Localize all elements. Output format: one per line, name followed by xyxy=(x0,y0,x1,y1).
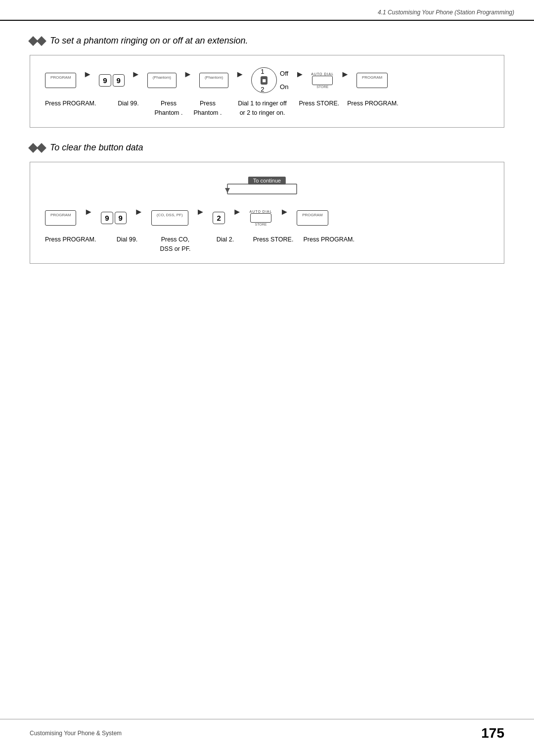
step-dial-choice: 1 ■ 2 Off On xyxy=(251,67,288,93)
s2-desc-co: Press CO,DSS or PF. xyxy=(153,235,198,253)
page-content: To set a phantom ringing on or off at an… xyxy=(0,21,534,293)
s2-co-button: (CO, DSS, PF) xyxy=(151,210,188,226)
desc-phantom2: PressPhantom . xyxy=(192,99,224,117)
dial-num-1: 1 xyxy=(261,68,264,75)
section1-steps-row: PROGRAM ► 9 9 ► (Phantom) ► xyxy=(45,67,489,93)
key-9-1: 9 xyxy=(99,74,111,87)
key-9-2: 9 xyxy=(113,74,125,87)
s2-co-label: (CO, DSS, PF) xyxy=(157,213,183,217)
desc-store1: Press STORE. xyxy=(299,99,340,108)
s2-desc-dial2: Dial 2. xyxy=(211,235,240,244)
section1-title-text: To set a phantom ringing on or off at an… xyxy=(50,36,248,46)
dial-option-off: ■ xyxy=(261,76,267,85)
label-on: On xyxy=(280,83,288,91)
s2-program-button-1: PROGRAM xyxy=(45,210,76,226)
s2-program-button-2: PROGRAM xyxy=(297,210,328,226)
label-off: Off xyxy=(280,70,288,77)
s2-desc-dial99: Dial 99. xyxy=(111,235,143,244)
to-continue-area: To continue xyxy=(45,174,489,199)
section2-title-text: To clear the button data xyxy=(50,142,143,153)
phantom-label-2: (Phantom) xyxy=(205,75,223,80)
step-phantom1: (Phantom) xyxy=(147,73,177,88)
s2-key-9-2: 9 xyxy=(115,212,127,224)
s2-program-label-2: PROGRAM xyxy=(302,213,322,217)
s2-key-2: 2 xyxy=(213,212,224,224)
phantom-label-1: (Phantom) xyxy=(153,75,171,80)
section1-box: PROGRAM ► 9 9 ► (Phantom) ► xyxy=(30,55,504,128)
header-text: 4.1 Customising Your Phone (Station Prog… xyxy=(378,9,514,16)
desc-dial99: Dial 99. xyxy=(114,99,143,108)
s2-arrow3: ► xyxy=(193,207,208,229)
desc-phantom1: PressPhantom . xyxy=(153,99,185,117)
arrow6: ► xyxy=(338,69,353,92)
desc-dial-choice: Dial 1 to ringer offor 2 to ringer on. xyxy=(233,99,292,117)
off-on-labels: Off On xyxy=(280,70,288,91)
diamond2 xyxy=(37,36,46,46)
phantom-button-1: (Phantom) xyxy=(147,73,177,88)
s2-arrow5: ► xyxy=(277,207,292,229)
dial-num-off: ■ xyxy=(262,77,266,84)
arrow1: ► xyxy=(80,69,95,92)
footer-page-number: 175 xyxy=(481,725,504,741)
arrow4: ► xyxy=(232,69,247,92)
section2-box: To continue PROGRAM ► 9 9 ► xyxy=(30,162,504,264)
dial-option-2: 2 xyxy=(261,86,267,93)
page-header: 4.1 Customising Your Phone (Station Prog… xyxy=(0,0,534,21)
phantom-button-2: (Phantom) xyxy=(199,73,228,88)
page-footer: Customising Your Phone & System 175 xyxy=(0,719,534,741)
section2-title: To clear the button data xyxy=(30,142,504,153)
step-program2: PROGRAM xyxy=(356,73,388,88)
s2-step-program2: PROGRAM xyxy=(297,210,328,226)
desc-program2: Press PROGRAM. xyxy=(347,99,399,108)
s2-program-label-1: PROGRAM xyxy=(50,213,71,217)
arrow3: ► xyxy=(180,69,195,92)
store-label-1: STORE xyxy=(316,85,328,89)
s2-arrow1: ► xyxy=(81,207,96,229)
s2-step-dial99: 9 9 xyxy=(101,212,127,224)
s2-desc-program2: Press PROGRAM. xyxy=(304,235,355,244)
section1-title: To set a phantom ringing on or off at an… xyxy=(30,36,504,46)
step-dial99: 9 9 xyxy=(99,74,125,87)
s2-auto-dial-label: AUTO DIAL xyxy=(250,210,272,213)
section2-desc-row: Press PROGRAM. Dial 99. Press CO,DSS or … xyxy=(45,235,489,253)
dial-option-1: 1 xyxy=(261,68,267,75)
arrow2: ► xyxy=(129,69,143,92)
s2-step-program1: PROGRAM xyxy=(45,210,76,226)
dial-choice-circle: 1 ■ 2 xyxy=(251,67,277,93)
to-continue-text: To continue xyxy=(248,177,286,185)
step-phantom2: (Phantom) xyxy=(199,73,228,88)
s2-store-box xyxy=(250,213,271,223)
program-button-1: PROGRAM xyxy=(45,73,76,88)
auto-dial-label-1: AUTO DIAL xyxy=(311,72,334,76)
svg-marker-4 xyxy=(225,188,230,193)
diamond4 xyxy=(37,143,46,153)
arrow5: ► xyxy=(292,69,307,92)
dial-choice-inner: 1 ■ 2 xyxy=(261,68,267,93)
s2-desc-program1: Press PROGRAM. xyxy=(45,235,96,244)
diamond-icon-1 xyxy=(30,38,45,45)
s2-step-dial2: 2 xyxy=(213,212,224,224)
s2-arrow2: ► xyxy=(132,207,146,229)
store-key-1: AUTO DIAL STORE xyxy=(311,72,334,89)
program-button-2: PROGRAM xyxy=(356,73,388,88)
step-program1: PROGRAM xyxy=(45,73,76,88)
diamond-icon-2 xyxy=(30,144,45,151)
s2-step-co: (CO, DSS, PF) xyxy=(151,210,188,226)
s2-store-label: STORE xyxy=(255,223,267,226)
section1-desc-row: Press PROGRAM. Dial 99. PressPhantom . P… xyxy=(45,99,489,117)
to-continue-label: To continue xyxy=(248,176,286,184)
program-label-1: PROGRAM xyxy=(50,75,71,80)
desc-program1: Press PROGRAM. xyxy=(45,99,96,108)
s2-step-store: AUTO DIAL STORE xyxy=(250,210,272,226)
s2-store-key: AUTO DIAL STORE xyxy=(250,210,272,226)
s2-key-9-1: 9 xyxy=(101,212,113,224)
footer-left-text: Customising Your Phone & System xyxy=(30,730,122,737)
step-store1: AUTO DIAL STORE xyxy=(311,72,334,89)
store-box-1 xyxy=(312,76,333,85)
s2-arrow4: ► xyxy=(230,207,245,229)
program-label-2: PROGRAM xyxy=(362,75,382,80)
section2-steps-row: PROGRAM ► 9 9 ► (CO, DSS, PF) ► xyxy=(45,207,489,229)
dial-num-2: 2 xyxy=(261,86,264,93)
s2-desc-store: Press STORE. xyxy=(251,235,296,244)
